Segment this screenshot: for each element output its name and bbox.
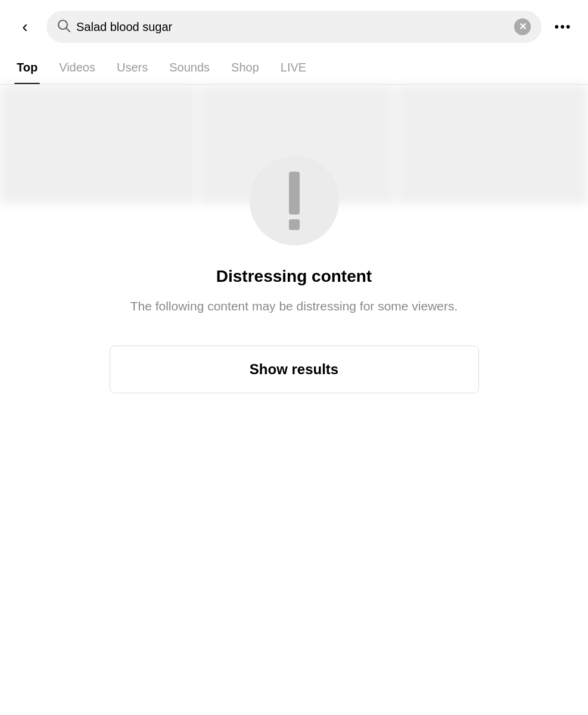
back-icon: ‹ [22,18,27,35]
warning-title: Distressing content [216,267,372,286]
tab-users[interactable]: Users [106,51,158,84]
header: ‹ Salad blood sugar ✕ ••• [0,0,588,51]
warning-description: The following content may be distressing… [130,297,458,316]
exclamation-icon [289,172,300,230]
tab-top[interactable]: Top [6,51,48,84]
back-button[interactable]: ‹ [12,14,38,40]
clear-button[interactable]: ✕ [514,18,531,35]
main-content: Distressing content The following conten… [0,85,588,621]
tab-live[interactable]: LIVE [270,51,317,84]
svg-line-1 [67,28,70,32]
more-options-button[interactable]: ••• [550,14,576,40]
exclamation-dot [289,219,300,230]
more-options-icon: ••• [554,19,571,35]
search-input[interactable]: Salad blood sugar [76,20,508,34]
tab-videos[interactable]: Videos [48,51,106,84]
show-results-button[interactable]: Show results [110,346,479,393]
warning-overlay: Distressing content The following conten… [92,156,497,393]
warning-circle [250,156,339,245]
tabs-bar: Top Videos Users Sounds Shop LIVE [0,51,588,85]
search-icon [57,19,70,35]
search-bar[interactable]: Salad blood sugar ✕ [46,11,542,43]
exclamation-bar [289,172,300,214]
clear-icon: ✕ [519,22,527,32]
tab-sounds[interactable]: Sounds [158,51,220,84]
tab-shop[interactable]: Shop [220,51,270,84]
